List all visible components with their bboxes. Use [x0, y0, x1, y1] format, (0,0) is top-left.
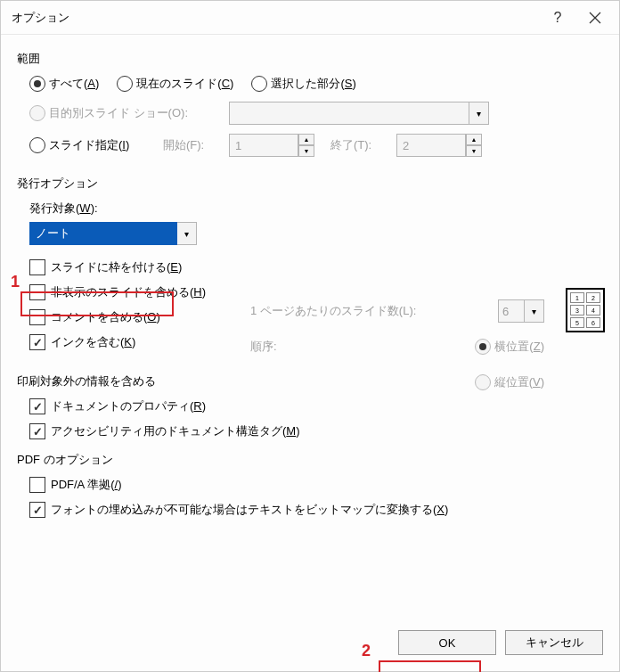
radio-all-label: すべて(A) [49, 76, 99, 92]
check-pdfa[interactable]: PDF/A 準拠(/) [29, 477, 603, 493]
section-publish-title: 発行オプション [17, 176, 603, 192]
spin-up-icon: ▲ [466, 134, 482, 145]
close-icon [589, 12, 601, 24]
slides-per-page-combo: 6 ▾ [498, 299, 544, 323]
publish-target-combo[interactable]: ノート ▾ [29, 222, 603, 245]
to-spinner: 2 ▲▼ [396, 134, 482, 157]
preview-cell: 3 [570, 305, 584, 316]
checkbox-icon [29, 284, 45, 300]
bitmap-label: フォントの埋め込みが不可能な場合はテキストをビットマップに変換する(X) [51, 502, 448, 518]
slide-spec-label: スライド指定(I) [49, 137, 129, 153]
to-value: 2 [396, 134, 466, 157]
radio-icon [475, 374, 491, 390]
preview-cell: 1 [570, 292, 584, 303]
radio-icon [117, 76, 133, 92]
radio-icon [29, 76, 45, 92]
slides-per-page-value: 6 [498, 299, 525, 323]
spin-down-icon: ▼ [466, 145, 482, 157]
ok-button[interactable]: OK [398, 630, 496, 655]
options-dialog: オプション ? 範囲 すべて(A) 現在のスライド(C) 選択した部分(S) [0, 0, 620, 672]
ink-label: インクを含む(K) [51, 334, 135, 350]
radio-horiz: 横位置(Z) [475, 339, 544, 355]
radio-selected-label: 選択した部分(S) [271, 76, 355, 92]
frame-label: スライドに枠を付ける(E) [51, 259, 182, 275]
layout-preview: 1 2 3 4 5 6 [566, 288, 605, 332]
help-button[interactable]: ? [539, 4, 576, 31]
radio-selected[interactable]: 選択した部分(S) [251, 76, 355, 92]
checkbox-icon [29, 398, 45, 414]
annotation-marker-2: 2 [362, 642, 371, 660]
from-value: 1 [229, 134, 298, 157]
to-label: 終了(T): [330, 137, 396, 153]
publish-right-panel: 1 ページあたりのスライド数(L): 6 ▾ 順序: 横位置(Z) 縦位置(V) [250, 295, 544, 398]
vert-label: 縦位置(V) [494, 374, 544, 390]
titlebar: オプション ? [1, 1, 619, 35]
chevron-down-icon: ▾ [525, 299, 544, 323]
checkbox-icon [29, 309, 45, 325]
horiz-label: 横位置(Z) [494, 339, 544, 355]
annotation-highlight-2 [379, 660, 481, 672]
check-accessibility[interactable]: アクセシビリティ用のドキュメント構造タグ(M) [29, 423, 603, 439]
custom-show-row: 目的別スライド ショー(O): ▾ [29, 101, 603, 126]
chevron-down-icon[interactable]: ▾ [177, 222, 197, 245]
checkbox-icon [29, 502, 45, 518]
spin-down-icon: ▼ [298, 145, 314, 157]
radio-icon [29, 105, 45, 121]
order-label: 順序: [250, 339, 475, 355]
pdfa-label: PDF/A 準拠(/) [51, 477, 121, 493]
radio-icon [475, 339, 491, 355]
preview-cell: 6 [586, 317, 600, 328]
accessibility-label: アクセシビリティ用のドキュメント構造タグ(M) [51, 423, 300, 439]
comments-label: コメントを含める(O) [51, 309, 160, 325]
radio-vert: 縦位置(V) [475, 374, 544, 390]
from-label: 開始(F): [163, 137, 229, 153]
custom-show-value [229, 102, 469, 125]
slides-per-page-label: 1 ページあたりのスライド数(L): [250, 303, 498, 319]
slides-per-page-row: 1 ページあたりのスライド数(L): 6 ▾ [250, 295, 544, 327]
publish-target-value: ノート [29, 222, 177, 245]
cancel-button[interactable]: キャンセル [505, 630, 603, 655]
dialog-title: オプション [12, 10, 539, 26]
section-pdf-title: PDF のオプション [17, 452, 603, 468]
preview-cell: 5 [570, 317, 584, 328]
close-button[interactable] [576, 4, 614, 31]
order-vert-row: 縦位置(V) [250, 366, 544, 398]
hidden-label: 非表示のスライドを含める(H) [51, 284, 206, 300]
radio-icon [251, 76, 267, 92]
custom-show-label: 目的別スライド ショー(O): [49, 105, 188, 121]
from-spinner: 1 ▲▼ [229, 134, 314, 157]
checkbox-icon [29, 423, 45, 439]
check-frame[interactable]: スライドに枠を付ける(E) [29, 259, 603, 275]
preview-cell: 2 [586, 292, 600, 303]
custom-show-combo: ▾ [229, 102, 489, 125]
docprops-label: ドキュメントのプロパティ(R) [51, 398, 206, 414]
dialog-content: 範囲 すべて(A) 現在のスライド(C) 選択した部分(S) [1, 35, 619, 671]
order-horiz-row: 順序: 横位置(Z) [250, 327, 544, 366]
radio-slide-spec[interactable]: スライド指定(I) [29, 137, 163, 153]
check-docprops[interactable]: ドキュメントのプロパティ(R) [29, 398, 603, 414]
spin-up-icon: ▲ [298, 134, 314, 145]
checkbox-icon [29, 334, 45, 350]
preview-cell: 4 [586, 305, 600, 316]
section-range-title: 範囲 [17, 51, 603, 67]
publish-target-label: 発行対象(W): [29, 201, 603, 217]
chevron-down-icon: ▾ [469, 102, 489, 125]
dialog-button-row: OK キャンセル [398, 630, 603, 655]
section-range: すべて(A) 現在のスライド(C) 選択した部分(S) 目的別スライド ショー(… [17, 76, 603, 158]
checkbox-icon [29, 259, 45, 275]
section-nonprint: ドキュメントのプロパティ(R) アクセシビリティ用のドキュメント構造タグ(M) [17, 398, 603, 439]
radio-current[interactable]: 現在のスライド(C) [117, 76, 233, 92]
check-bitmap[interactable]: フォントの埋め込みが不可能な場合はテキストをビットマップに変換する(X) [29, 502, 603, 518]
range-radio-row: すべて(A) 現在のスライド(C) 選択した部分(S) [29, 76, 603, 92]
annotation-marker-1: 1 [11, 273, 20, 291]
slide-spec-row: スライド指定(I) 開始(F): 1 ▲▼ 終了(T): 2 ▲▼ [29, 133, 603, 158]
radio-icon [29, 137, 45, 153]
radio-current-label: 現在のスライド(C) [136, 76, 233, 92]
checkbox-icon [29, 477, 45, 493]
section-pdf: PDF/A 準拠(/) フォントの埋め込みが不可能な場合はテキストをビットマップ… [17, 477, 603, 518]
radio-custom-show: 目的別スライド ショー(O): [29, 105, 229, 121]
radio-all[interactable]: すべて(A) [29, 76, 99, 92]
